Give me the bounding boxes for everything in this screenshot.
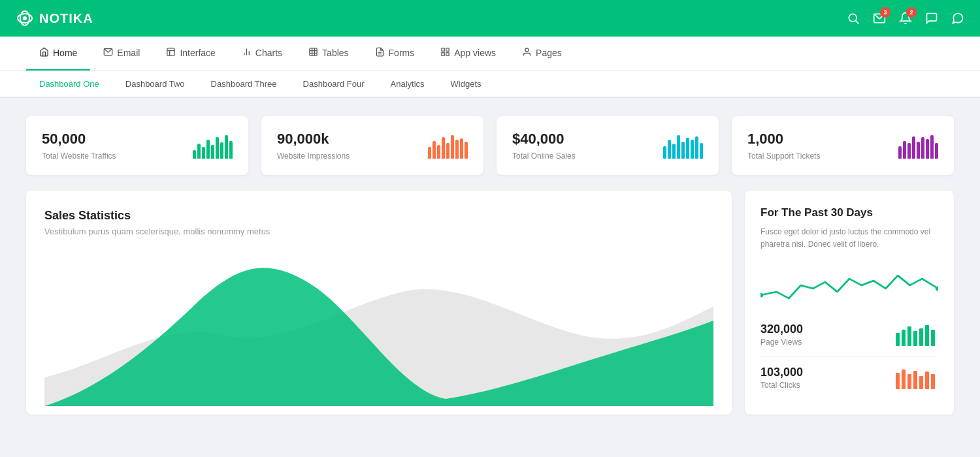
svg-rect-29 [902, 370, 906, 389]
tab-tables[interactable]: Tables [295, 37, 361, 71]
bar [903, 141, 906, 159]
main-content: 50,000 Total Website Traffics 90,000k We… [0, 98, 980, 433]
svg-rect-33 [925, 371, 929, 389]
tab-forms-label: Forms [389, 48, 415, 58]
bar [663, 146, 666, 159]
search-icon-button[interactable] [847, 12, 860, 25]
svg-rect-17 [446, 53, 449, 55]
bar [446, 143, 449, 159]
pageviews-value: 320,000 [760, 323, 803, 336]
stat-chart [193, 133, 233, 159]
clicks-label: Total Clicks [760, 381, 803, 390]
forms-icon [375, 47, 385, 59]
subnav-dashboard-one[interactable]: Dashboard One [26, 71, 112, 97]
bar [206, 140, 210, 159]
email-icon-button[interactable]: 3 [873, 12, 886, 25]
svg-rect-24 [913, 331, 917, 346]
stat-value: 50,000 [42, 131, 116, 148]
bar [193, 150, 196, 159]
logo-icon [16, 9, 34, 27]
chat-icon-button[interactable] [925, 12, 938, 25]
tab-pages[interactable]: Pages [509, 37, 575, 71]
bar [451, 135, 454, 159]
tab-interface[interactable]: Interface [153, 37, 228, 71]
bar [668, 140, 671, 159]
subnav-dashboard-three[interactable]: Dashboard Three [198, 71, 290, 97]
clicks-bar-chart [896, 366, 938, 389]
brand-logo[interactable]: NOTIKA [16, 9, 93, 27]
email-badge: 3 [880, 7, 890, 18]
bottom-row: Sales Statistics Vestibulum purus quam s… [26, 191, 954, 415]
tab-email-label: Email [117, 48, 140, 58]
stat-chart [898, 133, 938, 159]
svg-rect-22 [902, 330, 906, 346]
stats-row: 50,000 Total Website Traffics 90,000k We… [26, 116, 954, 175]
message-icon-button[interactable] [951, 12, 964, 25]
subnav-analytics[interactable]: Analytics [378, 71, 438, 97]
pages-icon [522, 47, 532, 59]
pageviews-label: Page Views [760, 338, 803, 347]
bar [229, 141, 233, 159]
svg-point-3 [849, 14, 857, 22]
svg-rect-7 [167, 48, 174, 55]
svg-rect-25 [919, 328, 923, 346]
bar [220, 142, 223, 159]
stat-label: Website Impressions [277, 151, 350, 161]
svg-rect-32 [919, 376, 923, 389]
stat-value: 1,000 [747, 131, 820, 148]
svg-rect-27 [931, 330, 935, 346]
sales-subtitle: Vestibulum purus quam scelerisque, molli… [44, 227, 713, 236]
mini-chart [760, 262, 938, 308]
stat-chart [428, 133, 468, 159]
bar [700, 143, 703, 159]
bar [930, 135, 934, 159]
bell-icon-button[interactable]: 2 [899, 12, 912, 25]
svg-rect-16 [442, 53, 444, 55]
tab-email[interactable]: Email [90, 37, 153, 71]
stat-value: $40,000 [512, 131, 576, 148]
subnav-dashboard-two[interactable]: Dashboard Two [112, 71, 198, 97]
bar [442, 137, 445, 159]
charts-icon [242, 47, 252, 59]
tab-interface-label: Interface [180, 48, 215, 58]
bar [216, 137, 219, 159]
bar [672, 144, 676, 159]
subnav-dashboard-four[interactable]: Dashboard Four [290, 71, 378, 97]
svg-rect-28 [896, 373, 900, 389]
svg-point-2 [23, 16, 27, 20]
pageviews-bar-chart [896, 323, 938, 346]
stat-card-3: 1,000 Total Support Tickets [732, 116, 954, 175]
tab-appviews[interactable]: App views [427, 37, 509, 71]
tab-home-label: Home [53, 48, 77, 58]
nav-tabs: Home Email Interface Charts Tables [26, 37, 954, 71]
home-icon [39, 47, 49, 59]
svg-rect-34 [931, 374, 935, 389]
bar [686, 138, 689, 159]
tab-tables-label: Tables [322, 48, 348, 58]
bar [677, 135, 680, 159]
svg-rect-30 [907, 374, 911, 389]
sales-title: Sales Statistics [44, 209, 713, 223]
side-stat-pageviews: 320,000 Page Views [760, 323, 938, 347]
topbar: NOTIKA 3 2 [0, 0, 980, 37]
appviews-icon [440, 47, 450, 59]
svg-line-4 [856, 21, 859, 24]
bar [211, 145, 214, 159]
subnav-widgets[interactable]: Widgets [438, 71, 495, 97]
subnav: Dashboard One Dashboard Two Dashboard Th… [0, 71, 980, 98]
tab-charts-label: Charts [255, 48, 282, 58]
stat-info: 1,000 Total Support Tickets [747, 131, 820, 161]
bar [921, 137, 924, 159]
bar [433, 141, 436, 159]
bar [428, 147, 431, 159]
tab-forms[interactable]: Forms [362, 37, 428, 71]
brand-name: NOTIKA [39, 11, 93, 26]
tab-home[interactable]: Home [26, 37, 90, 71]
tab-pages-label: Pages [536, 48, 562, 58]
side-desc: Fusce eget dolor id justo luctus the com… [760, 226, 938, 251]
bar [917, 142, 920, 159]
bell-badge: 2 [906, 7, 917, 18]
svg-point-18 [525, 48, 529, 52]
tab-charts[interactable]: Charts [229, 37, 295, 71]
bar [197, 144, 201, 159]
